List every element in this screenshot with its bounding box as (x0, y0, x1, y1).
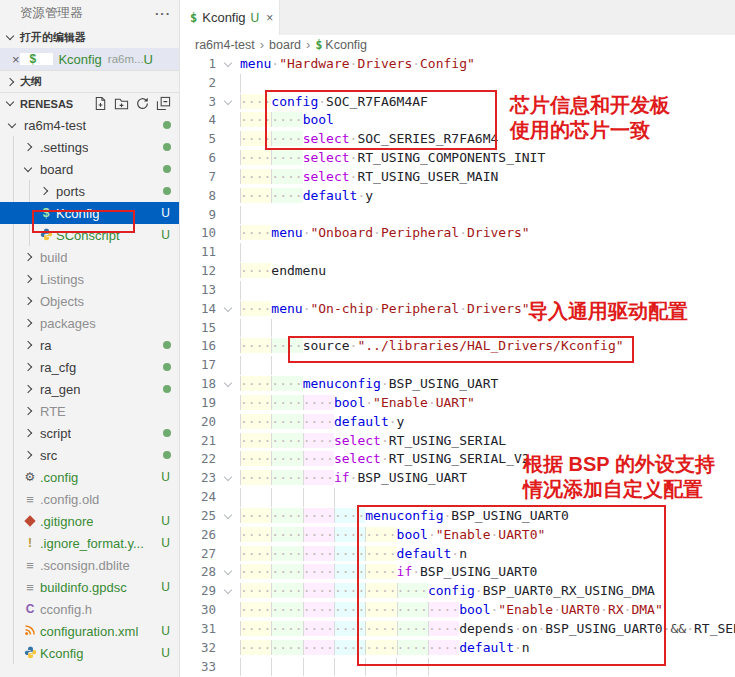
fold-chevron-icon[interactable] (224, 567, 232, 575)
breadcrumb-item-project[interactable]: ra6m4-test (195, 38, 255, 52)
tree-item-ra6m4-test[interactable]: ra6m4-test (0, 114, 179, 136)
line-number: 17 (180, 356, 216, 375)
fold-chevron-icon[interactable] (224, 59, 232, 67)
tree-item-ra-cfg[interactable]: ra_cfg (0, 356, 179, 378)
tree-item-packages[interactable]: packages (0, 312, 179, 334)
code-line-26[interactable]: 26····················bool·"Enable·UART0… (180, 526, 735, 545)
code-line-24[interactable]: 24 (180, 488, 735, 507)
code-area[interactable]: 1menu·"Hardware·Drivers·Config"23····con… (180, 55, 735, 676)
tree-item-board[interactable]: board (0, 158, 179, 180)
tree-item-kconfig[interactable]: KconfigU (0, 642, 179, 664)
new-file-icon[interactable] (93, 96, 108, 111)
tab-close-icon[interactable]: × (266, 11, 273, 25)
fold-column (216, 281, 240, 300)
indent-chunk: ···· (365, 602, 396, 617)
modified-dot (163, 385, 171, 393)
code-line-27[interactable]: 27····················default·n (180, 545, 735, 564)
code-line-10[interactable]: 10····menu·"Onboard·Peripheral·Drivers" (180, 224, 735, 243)
more-actions-icon[interactable]: ··· (155, 6, 171, 21)
code-line-16[interactable]: 16········source·"../libraries/HAL_Drive… (180, 337, 735, 356)
tree-item-ports[interactable]: ports (0, 180, 179, 202)
indent-chunk: ···· (271, 150, 302, 165)
fold-chevron-icon[interactable] (224, 473, 232, 481)
gear-icon: ⚙ (25, 471, 36, 483)
code-line-29[interactable]: 29························config·BSP_UAR… (180, 582, 735, 601)
code-line-32[interactable]: 32····························default·n (180, 639, 735, 658)
indent-guide (428, 658, 459, 677)
tree-item-script[interactable]: script (0, 422, 179, 444)
breadcrumb-item-folder[interactable]: board (269, 38, 301, 52)
code-line-30[interactable]: 30····························bool·"Enab… (180, 601, 735, 620)
tree-item-buildinfo-gpdsc[interactable]: ≡buildinfo.gpdscU (0, 576, 179, 598)
code-line-22[interactable]: 22············select·RT_USING_SERIAL_V2 (180, 450, 735, 469)
indent-chunk: ···· (271, 564, 302, 579)
shell-icon: $ (20, 53, 55, 65)
code-line-31[interactable]: 31····························depends·on… (180, 620, 735, 639)
code-line-9[interactable]: 9 (180, 206, 735, 225)
refresh-icon[interactable] (135, 96, 150, 111)
modified-dot (163, 121, 171, 129)
section-open-editors[interactable]: 打开的编辑器 (0, 26, 179, 48)
tree-item-cconfig-h[interactable]: Ccconfig.h (0, 598, 179, 620)
fold-chevron-icon[interactable] (224, 511, 232, 519)
tree-item-ra[interactable]: ra (0, 334, 179, 356)
section-outline[interactable]: 大纲 (0, 70, 179, 92)
collapse-all-icon[interactable] (156, 96, 171, 111)
tree-item--gitignore[interactable]: .gitignoreU (0, 510, 179, 532)
code-line-25[interactable]: 25················menuconfig·BSP_USING_U… (180, 507, 735, 526)
tree-item-ra-gen[interactable]: ra_gen (0, 378, 179, 400)
close-icon[interactable]: × (12, 52, 20, 67)
code-line-12[interactable]: 12····endmenu (180, 262, 735, 281)
code-line-4[interactable]: 4········bool (180, 111, 735, 130)
tree-item--sconsign-dblite[interactable]: ≡.sconsign.dblite (0, 554, 179, 576)
open-editor-item-kconfig[interactable]: × $ Kconfig ra6m... U (0, 48, 179, 70)
line-number: 4 (180, 111, 216, 130)
tree-item-rte[interactable]: RTE (0, 400, 179, 422)
indent-guide (240, 319, 271, 338)
code-line-15[interactable]: 15 (180, 319, 735, 338)
tree-item--config[interactable]: ⚙.configU (0, 466, 179, 488)
code-line-1[interactable]: 1menu·"Hardware·Drivers·Config" (180, 55, 735, 74)
fold-column (216, 243, 240, 262)
tree-item-src[interactable]: src (0, 444, 179, 466)
tree-item-build[interactable]: build (0, 246, 179, 268)
code-line-28[interactable]: 28····················if·BSP_USING_UART0 (180, 563, 735, 582)
tree-item--config-old[interactable]: ≡.config.old (0, 488, 179, 510)
code-line-2[interactable]: 2 (180, 74, 735, 93)
code-line-23[interactable]: 23············if·BSP_USING_UART (180, 469, 735, 488)
code-line-3[interactable]: 3····config·SOC_R7FA6M4AF (180, 93, 735, 112)
tree-item-sconscript[interactable]: SConscriptU (0, 224, 179, 246)
tree-item--settings[interactable]: .settings (0, 136, 179, 158)
tree-item-kconfig[interactable]: $KconfigU (0, 202, 179, 224)
code-line-20[interactable]: 20············default·y (180, 413, 735, 432)
tree-item-objects[interactable]: Objects (0, 290, 179, 312)
code-line-11[interactable]: 11 (180, 243, 735, 262)
section-project[interactable]: RENESAS (0, 92, 179, 114)
code-line-8[interactable]: 8········default·y (180, 187, 735, 206)
fold-chevron-icon[interactable] (224, 586, 232, 594)
code-line-21[interactable]: 21············select·RT_USING_SERIAL (180, 432, 735, 451)
fold-chevron-icon[interactable] (224, 96, 232, 104)
code-line-13[interactable]: 13 (180, 281, 735, 300)
code-line-14[interactable]: 14····menu·"On-chip·Peripheral·Drivers" (180, 300, 735, 319)
breadcrumb-item-file[interactable]: Kconfig (325, 38, 367, 52)
tree-item--ignore-format-y-[interactable]: !.ignore_format.y...U (0, 532, 179, 554)
xml-icon (24, 624, 36, 638)
code-line-5[interactable]: 5········select·SOC_SERIES_R7FA6M4 (180, 130, 735, 149)
code-line-6[interactable]: 6········select·RT_USING_COMPONENTS_INIT (180, 149, 735, 168)
tree-item-listings[interactable]: Listings (0, 268, 179, 290)
code-line-19[interactable]: 19············bool·"Enable·UART" (180, 394, 735, 413)
code-line-7[interactable]: 7········select·RT_USING_USER_MAIN (180, 168, 735, 187)
chevron-right-icon: › (306, 37, 310, 52)
tree-item-configuration-xml[interactable]: configuration.xmlU (0, 620, 179, 642)
code-line-18[interactable]: 18········menuconfig·BSP_USING_UART (180, 375, 735, 394)
new-folder-icon[interactable] (114, 96, 129, 111)
fold-chevron-icon[interactable] (224, 303, 232, 311)
code-line-17[interactable]: 17 (180, 356, 735, 375)
code-line-33[interactable]: 33 (180, 658, 735, 677)
python-icon (40, 228, 53, 243)
slot (22, 342, 38, 348)
indent-guide (240, 658, 271, 677)
tab-kconfig[interactable]: $ Kconfig U × (180, 0, 280, 35)
fold-chevron-icon[interactable] (224, 379, 232, 387)
